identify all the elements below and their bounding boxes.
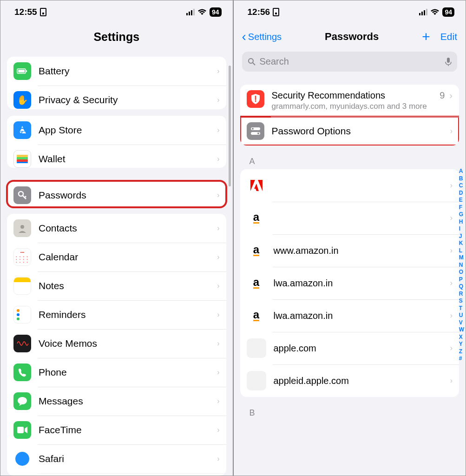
index-letter[interactable]: L: [459, 247, 464, 254]
settings-screen: 12:55 94 Settings Battery › ✋ Privacy & …: [0, 0, 234, 476]
row-battery[interactable]: Battery ›: [7, 57, 226, 86]
index-letter[interactable]: A: [459, 168, 464, 174]
back-label: Settings: [248, 32, 282, 42]
index-letter[interactable]: Z: [459, 348, 464, 355]
chevron-right-icon: ›: [217, 253, 219, 261]
password-entry[interactable]: a ›: [240, 202, 459, 234]
security-title: Security Recommendations: [272, 90, 440, 101]
status-time: 12:55: [14, 7, 37, 17]
index-letter[interactable]: X: [459, 334, 464, 340]
security-count: 9: [440, 90, 445, 101]
index-letter[interactable]: K: [459, 240, 464, 246]
row-password-options[interactable]: Password Options ›: [240, 117, 459, 145]
entry-label: appleid.apple.com: [274, 376, 450, 386]
index-letter[interactable]: H: [459, 218, 464, 225]
entry-label: lwa.amazon.in: [274, 311, 450, 321]
index-letter[interactable]: M: [459, 254, 464, 261]
row-stocks[interactable]: Stocks ›: [7, 473, 226, 476]
amazon-icon: a: [247, 273, 266, 293]
row-safari[interactable]: Safari ›: [7, 444, 226, 473]
index-letter[interactable]: T: [459, 305, 464, 311]
chevron-right-icon: ›: [449, 90, 453, 101]
index-letter[interactable]: R: [459, 291, 464, 297]
reminders-icon: [13, 306, 31, 324]
edit-button[interactable]: Edit: [440, 31, 457, 42]
index-letter[interactable]: V: [459, 319, 464, 326]
chevron-right-icon: ›: [217, 282, 219, 290]
back-button[interactable]: ‹ Settings: [242, 29, 282, 44]
settings-group-battery-privacy: Battery › ✋ Privacy & Security ›: [7, 57, 226, 109]
row-calendar[interactable]: ••• • • • •• • • •• • • • Calendar ›: [7, 243, 226, 271]
row-privacy[interactable]: ✋ Privacy & Security ›: [7, 86, 226, 109]
phone-icon: [13, 364, 31, 381]
safari-icon: [13, 450, 31, 468]
row-safari-label: Safari: [39, 453, 217, 464]
row-appstore[interactable]: App Store ›: [7, 116, 226, 145]
row-voicememos[interactable]: Voice Memos ›: [7, 329, 226, 358]
apple-icon: [247, 338, 266, 358]
chevron-right-icon: ›: [450, 377, 453, 385]
password-entry[interactable]: apple.com ›: [240, 332, 459, 364]
row-phone[interactable]: Phone ›: [7, 358, 226, 387]
row-notes[interactable]: Notes ›: [7, 271, 226, 300]
row-passwords[interactable]: Passwords ›: [7, 181, 226, 207]
svg-rect-1: [18, 70, 25, 73]
index-letter[interactable]: U: [459, 312, 464, 318]
sim-icon: [40, 8, 46, 16]
messages-icon: [13, 392, 31, 410]
index-letter[interactable]: Y: [459, 341, 464, 347]
password-entry[interactable]: a lwa.amazon.in ›: [240, 299, 459, 332]
svg-rect-13: [447, 58, 450, 63]
mic-icon[interactable]: [445, 57, 452, 66]
index-letter[interactable]: Q: [459, 283, 464, 290]
row-appstore-label: App Store: [39, 125, 217, 136]
index-letter[interactable]: B: [459, 175, 464, 182]
sim-icon: [273, 8, 279, 16]
row-messages[interactable]: Messages ›: [7, 387, 226, 416]
battery-badge: 94: [442, 7, 454, 17]
alpha-index[interactable]: ABCDEFGHIJKLMNOPQRSTUVWXYZ#: [459, 168, 464, 362]
chevron-right-icon: ›: [217, 224, 219, 232]
row-reminders[interactable]: Reminders ›: [7, 300, 226, 329]
row-wallet[interactable]: Wallet ›: [7, 145, 226, 168]
password-entry[interactable]: appleid.apple.com ›: [240, 364, 459, 397]
svg-rect-6: [17, 162, 28, 163]
facetime-icon: [13, 421, 31, 439]
password-entry[interactable]: a www.amazon.in ›: [240, 234, 459, 267]
chevron-right-icon: ›: [217, 67, 219, 75]
index-letter[interactable]: C: [459, 182, 464, 189]
row-contacts[interactable]: Contacts ›: [7, 214, 226, 243]
index-letter[interactable]: #: [459, 355, 464, 362]
voicememos-icon: [13, 335, 31, 352]
index-letter[interactable]: E: [459, 197, 464, 203]
index-letter[interactable]: F: [459, 204, 464, 211]
index-letter[interactable]: O: [459, 269, 464, 275]
index-letter[interactable]: D: [459, 190, 464, 196]
wifi-icon: [430, 9, 440, 16]
index-letter[interactable]: N: [459, 262, 464, 268]
chevron-right-icon: ›: [217, 96, 219, 104]
svg-rect-3: [17, 155, 28, 157]
password-options-label: Password Options: [272, 126, 450, 137]
scroll-indicator[interactable]: [229, 66, 231, 186]
search-input[interactable]: Search: [242, 52, 458, 72]
index-letter[interactable]: G: [459, 211, 464, 218]
shield-alert-icon: [247, 90, 264, 108]
add-button[interactable]: +: [422, 33, 430, 41]
wallet-icon: [13, 150, 31, 168]
index-letter[interactable]: P: [459, 276, 464, 283]
index-letter[interactable]: I: [459, 225, 464, 232]
svg-point-15: [252, 128, 254, 130]
index-letter[interactable]: S: [459, 298, 464, 304]
row-security-recommendations[interactable]: Security Recommendations grammarly.com, …: [240, 85, 459, 117]
security-subtitle: grammarly.com, myunidays.com and 3 more: [272, 102, 440, 111]
password-entry[interactable]: ›: [240, 169, 459, 202]
svg-rect-4: [17, 157, 28, 159]
chevron-right-icon: ›: [217, 455, 219, 463]
index-letter[interactable]: J: [459, 233, 464, 239]
index-letter[interactable]: W: [459, 326, 464, 333]
passwords-list-a: › a › a www.amazon.in › a lwa.amazon.in …: [240, 169, 459, 397]
password-entry[interactable]: a lwa.amazon.in ›: [240, 267, 459, 299]
chevron-right-icon: ›: [450, 311, 453, 320]
row-facetime[interactable]: FaceTime ›: [7, 416, 226, 444]
